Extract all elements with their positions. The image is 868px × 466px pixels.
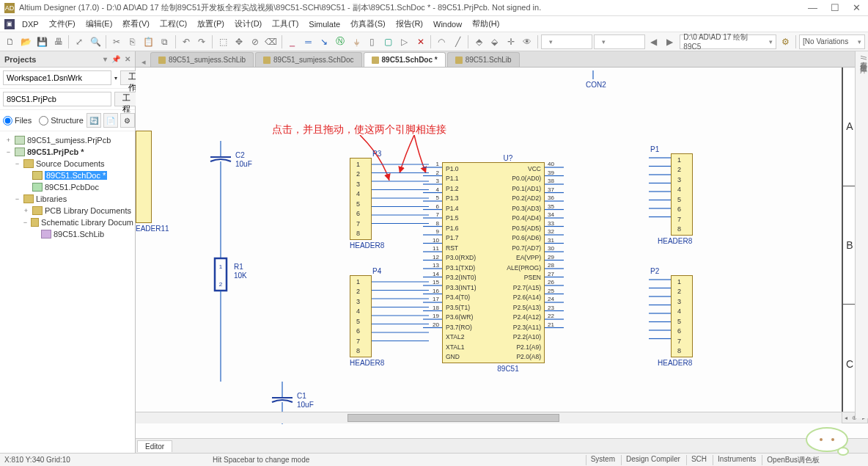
redo-icon[interactable]: ↷ — [194, 34, 209, 49]
print-icon[interactable]: 🖶 — [51, 34, 66, 49]
document-tab[interactable]: 89C51.SchDoc * — [364, 52, 446, 67]
svg-text:8: 8 — [436, 220, 440, 227]
files-radio[interactable]: Files — [3, 116, 32, 125]
menu-item[interactable]: 设计(D) — [230, 17, 266, 31]
nav-fwd-icon[interactable]: ▶ — [663, 34, 677, 49]
menu-item[interactable]: Simulate — [304, 18, 345, 30]
zoom-area-icon[interactable]: 🔍 — [88, 34, 103, 49]
bus-icon[interactable]: ═ — [301, 34, 316, 49]
menu-dxp[interactable]: DXP — [18, 18, 43, 30]
comp-c2[interactable]: C2 10uF — [206, 141, 235, 185]
project-tree[interactable]: +89C51_sumjess.PrjPcb−89C51.PrjPcb *−Sou… — [0, 131, 135, 453]
close-button[interactable]: ✕ — [853, 2, 861, 13]
tree-node[interactable]: +89C51_sumjess.PrjPcb — [1, 134, 133, 146]
paste-icon[interactable]: 📋 — [141, 34, 156, 49]
tree-node[interactable]: −Libraries — [1, 193, 133, 205]
open-icon[interactable]: 📂 — [19, 34, 34, 49]
menu-item[interactable]: 工程(C) — [155, 17, 191, 31]
options-icon[interactable]: ⚙ — [778, 34, 792, 49]
cut-icon[interactable]: ✂ — [109, 34, 124, 49]
status-panel-button[interactable]: Design Compiler — [621, 455, 685, 465]
comp-u-89c51[interactable]: U? 1234567891011121314151617181920 P1.0V… — [423, 154, 574, 373]
zoom-fit-icon[interactable]: ⤢ — [72, 34, 87, 49]
cross-probe-icon[interactable]: ✛ — [504, 34, 518, 49]
project-field[interactable] — [3, 92, 111, 106]
menu-item[interactable]: 放置(P) — [193, 17, 229, 31]
part-icon[interactable]: ▯ — [365, 34, 380, 49]
document-tab[interactable]: 89C51_sumjess.SchDoc — [255, 52, 362, 67]
menu-item[interactable]: 帮助(H) — [468, 17, 504, 31]
svg-text:1: 1 — [219, 263, 223, 270]
horizontal-scrollbar[interactable] — [136, 412, 842, 423]
tree-node[interactable]: −89C51.PrjPcb * — [1, 146, 133, 158]
menu-item[interactable]: 文件(F) — [45, 17, 80, 31]
status-panel-button[interactable]: System — [586, 455, 619, 465]
panel-menu-icon[interactable]: ▾ — [103, 55, 107, 63]
tree-node[interactable]: 89C51.PcbDoc — [1, 181, 133, 193]
panel-pin-icon[interactable]: 📌 — [111, 55, 120, 63]
svg-text:16: 16 — [433, 288, 439, 294]
menu-item[interactable]: 工具(T) — [268, 17, 303, 31]
svg-text:21: 21 — [548, 321, 554, 328]
comp-p3[interactable]: P3 12345678 HEADER8 — [350, 150, 384, 250]
power-port-icon[interactable]: ⏚ — [349, 34, 364, 49]
comp-r1[interactable]: 1 2 R1 10K — [209, 250, 234, 302]
duplicate-icon[interactable]: ⧉ — [158, 34, 172, 49]
comp-p2[interactable]: P2 12345678 HEADER8 — [649, 267, 693, 367]
menu-item[interactable]: 报告(R) — [391, 17, 427, 31]
wire-icon[interactable]: ⎯ — [285, 34, 300, 49]
new-icon[interactable]: 🗋 — [3, 34, 18, 49]
save-icon[interactable]: 💾 — [35, 34, 50, 49]
panel-close-icon[interactable]: ✕ — [125, 55, 130, 63]
bus-entry-icon[interactable]: ↘ — [317, 34, 331, 49]
status-panel-button[interactable]: SCH — [686, 455, 711, 465]
tree-node[interactable]: +PCB Library Documents — [1, 205, 133, 216]
comp-p1[interactable]: P1 12345678 HEADER8 — [649, 145, 693, 245]
document-tab[interactable]: 89C51.SchLib — [447, 52, 520, 67]
schematic-canvas[interactable]: A B C CON2 EADER11 — [136, 68, 868, 438]
workspace-combo[interactable] — [3, 70, 111, 85]
status-panel-button[interactable]: Instruments — [713, 455, 760, 465]
comp-header11[interactable]: EADER11 — [136, 131, 169, 233]
browse-icon[interactable]: 👁 — [520, 34, 534, 49]
net-label-icon[interactable]: Ⓝ — [333, 34, 347, 49]
mask-combo[interactable] — [594, 34, 645, 49]
svg-point-129 — [831, 438, 834, 441]
menu-item[interactable]: Window — [429, 18, 466, 30]
nav-down-icon[interactable]: ⬙ — [488, 34, 502, 49]
comp-p4[interactable]: P4 12345678 HEADER8 — [350, 267, 384, 367]
minimize-button[interactable]: — — [808, 2, 817, 13]
menu-item[interactable]: 察看(V) — [118, 17, 154, 31]
line-icon[interactable]: ╱ — [450, 34, 465, 49]
tree-node[interactable]: 89C51.SchDoc * — [1, 170, 133, 181]
side-panel-tabs[interactable]: 库存/剪贴板/库 — [855, 51, 868, 418]
select-icon[interactable]: ⬚ — [216, 34, 230, 49]
undo-icon[interactable]: ↶ — [179, 34, 194, 49]
settings-icon[interactable]: ⚙ — [120, 113, 135, 128]
tree-node[interactable]: 89C51.SchLib — [1, 228, 133, 240]
maximize-button[interactable]: ☐ — [831, 2, 839, 13]
refresh-icon[interactable]: 🔄 — [87, 113, 101, 128]
path-combo[interactable]: D:\0 AD\AD 17 绘制89C5 — [680, 34, 776, 49]
arc-icon[interactable]: ◠ — [434, 34, 449, 49]
nav-back-icon[interactable]: ◀ — [647, 34, 661, 49]
copy-icon[interactable]: ⎘ — [125, 34, 140, 49]
menu-item[interactable]: 仿真器(S) — [346, 17, 390, 31]
document-tab[interactable]: 89C51_sumjess.SchLib — [150, 52, 254, 67]
move-icon[interactable]: ✥ — [232, 34, 246, 49]
filter-combo[interactable] — [541, 34, 592, 49]
structure-radio[interactable]: Structure — [39, 116, 84, 125]
tree-node[interactable]: −Schematic Library Docum — [1, 216, 133, 228]
sheet-symbol-icon[interactable]: ▢ — [381, 34, 396, 49]
clear-icon[interactable]: ⌫ — [264, 34, 279, 49]
tree-node[interactable]: −Source Documents — [1, 158, 133, 170]
editor-tab[interactable]: Editor — [137, 440, 172, 452]
deselect-icon[interactable]: ⊘ — [248, 34, 262, 49]
no-erc-icon[interactable]: ✕ — [413, 34, 428, 49]
variations-combo[interactable]: [No Variations — [799, 34, 865, 49]
add-icon[interactable]: 📄 — [103, 113, 118, 128]
tabs-scroll-left-icon[interactable]: ◂ — [139, 57, 149, 67]
nav-up-icon[interactable]: ⬘ — [471, 34, 486, 49]
port-icon[interactable]: ▷ — [397, 34, 412, 49]
menu-item[interactable]: 编辑(E) — [81, 17, 117, 31]
